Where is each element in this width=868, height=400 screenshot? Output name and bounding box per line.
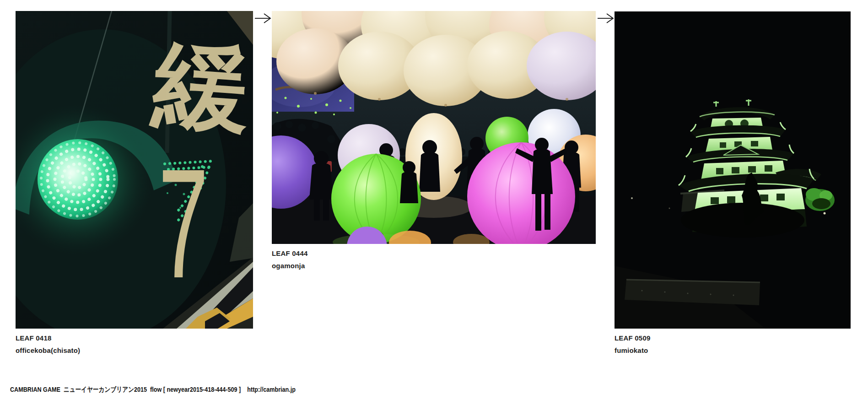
photo-light-balls-image — [272, 11, 596, 244]
photo-traffic-light-image: 緩 7 — [16, 11, 253, 329]
photo-card-3: LEAF 0509 fumiokato — [615, 11, 851, 354]
leaf-id-label: LEAF 0444 — [272, 249, 596, 257]
sign-kanji-text: 緩 — [148, 30, 253, 144]
photo-traffic-light[interactable]: 緩 7 — [16, 11, 253, 329]
flow-arrow-right-icon — [254, 12, 273, 24]
footer-caption: CAMBRIAN GAME ニューイヤーカンブリアン2015 flow [ ne… — [10, 385, 296, 394]
photo-card-1: 緩 7 LEAF 0418 officekoba(c — [16, 11, 253, 354]
author-label: fumiokato — [615, 346, 851, 354]
countdown-digit-text: 7 — [158, 136, 209, 310]
balloon-ceiling — [272, 11, 596, 107]
photo-castle-night-image — [615, 11, 851, 329]
author-label: ogamonja — [272, 262, 596, 270]
leaf-id-label: LEAF 0509 — [615, 334, 851, 342]
photo-light-balls[interactable] — [272, 11, 596, 244]
author-label: officekoba(chisato) — [16, 346, 253, 354]
photo-castle-night[interactable] — [615, 11, 851, 329]
flow-arrow-right-icon — [597, 12, 615, 24]
photo-card-2: LEAF 0444 ogamonja — [272, 11, 596, 270]
leaf-id-label: LEAF 0418 — [16, 334, 253, 342]
